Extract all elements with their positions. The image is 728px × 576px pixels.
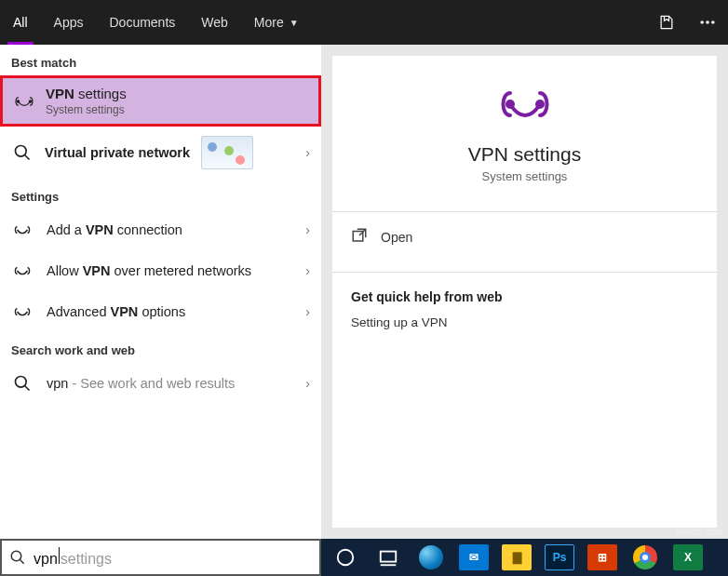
setting-label: Add a VPN connection xyxy=(47,222,182,237)
help-heading: Get quick help from web xyxy=(332,273,717,310)
result-virtual-private-network[interactable]: Virtual private network › xyxy=(0,127,321,179)
app-chrome[interactable] xyxy=(627,539,664,576)
svg-point-1 xyxy=(707,21,709,24)
search-suggestion: settings xyxy=(61,551,112,568)
tab-apps[interactable]: Apps xyxy=(41,0,97,45)
search-header: All Apps Documents Web More▼ xyxy=(0,0,728,45)
vpn-hero-icon xyxy=(495,82,555,130)
task-view-button[interactable] xyxy=(370,539,407,576)
best-match-subtitle: System settings xyxy=(46,103,127,116)
open-action[interactable]: Open xyxy=(332,212,717,262)
best-match-result[interactable]: VPN settings System settings xyxy=(0,75,321,127)
svg-point-5 xyxy=(16,146,27,157)
group-search-web: Search work and web xyxy=(0,332,321,363)
vpn-small-icon xyxy=(11,260,34,282)
taskbar-search[interactable]: vpn settings xyxy=(0,539,321,576)
options-button[interactable] xyxy=(687,0,728,45)
app-excel[interactable]: X xyxy=(669,539,707,576)
svg-point-2 xyxy=(712,21,715,24)
group-settings: Settings xyxy=(0,179,321,209)
app-file-explorer[interactable]: ▇ xyxy=(498,539,535,576)
tab-more[interactable]: More▼ xyxy=(241,0,312,45)
setting-label: Allow VPN over metered networks xyxy=(47,263,251,278)
vpn-small-icon xyxy=(11,301,34,323)
vpn-small-icon xyxy=(11,219,34,241)
text-cursor xyxy=(59,547,60,564)
search-typed-text: vpn xyxy=(34,551,58,568)
tab-all[interactable]: All xyxy=(0,0,41,45)
chevron-right-icon: › xyxy=(305,304,310,319)
taskbar-tray: ✉ ▇ Ps ⊞ X xyxy=(321,539,728,576)
chevron-right-icon: › xyxy=(305,263,310,278)
search-icon xyxy=(11,141,34,164)
open-icon xyxy=(351,227,368,248)
search-icon xyxy=(11,372,34,395)
svg-point-11 xyxy=(338,550,354,566)
open-label: Open xyxy=(381,230,412,245)
app-mail[interactable]: ✉ xyxy=(455,539,492,576)
chevron-right-icon: › xyxy=(305,222,310,237)
tab-web[interactable]: Web xyxy=(188,0,241,45)
watermark: wsxdn.com xyxy=(676,527,722,537)
results-list: Best match VPN settings System settings … xyxy=(0,45,321,539)
svg-point-0 xyxy=(701,21,704,24)
detail-subtitle: System settings xyxy=(482,169,568,183)
app-photoshop[interactable]: Ps xyxy=(541,539,578,576)
network-thumb xyxy=(201,136,253,169)
taskbar: vpn settings ✉ ▇ Ps ⊞ X xyxy=(0,539,728,576)
filter-tabs: All Apps Documents Web More▼ xyxy=(0,0,312,45)
chevron-down-icon: ▼ xyxy=(290,18,299,28)
setting-vpn-advanced[interactable]: Advanced VPN options › xyxy=(0,291,321,332)
setting-add-vpn[interactable]: Add a VPN connection › xyxy=(0,209,321,250)
chevron-right-icon: › xyxy=(305,376,310,391)
detail-title: VPN settings xyxy=(468,143,581,166)
setting-label: Advanced VPN options xyxy=(47,304,185,319)
app-edge[interactable] xyxy=(412,539,450,576)
tab-documents[interactable]: Documents xyxy=(96,0,188,45)
setting-vpn-metered[interactable]: Allow VPN over metered networks › xyxy=(0,250,321,291)
help-link-setup-vpn[interactable]: Setting up a VPN xyxy=(332,310,717,335)
vpn-icon xyxy=(12,89,36,114)
rewards-button[interactable] xyxy=(646,0,687,45)
svg-point-10 xyxy=(11,551,21,561)
svg-point-6 xyxy=(16,377,27,388)
group-best-match: Best match xyxy=(0,45,321,75)
search-icon xyxy=(9,549,26,566)
cortana-button[interactable] xyxy=(327,539,364,576)
search-web-label: vpn - See work and web results xyxy=(47,376,235,391)
result-label: Virtual private network xyxy=(45,145,190,160)
search-web-result[interactable]: vpn - See work and web results › xyxy=(0,363,321,404)
chevron-right-icon: › xyxy=(305,145,310,160)
detail-pane: VPN settings System settings Open Get qu… xyxy=(321,45,728,539)
svg-rect-12 xyxy=(381,552,397,562)
app-office[interactable]: ⊞ xyxy=(584,539,621,576)
best-match-title: VPN settings xyxy=(46,86,127,101)
